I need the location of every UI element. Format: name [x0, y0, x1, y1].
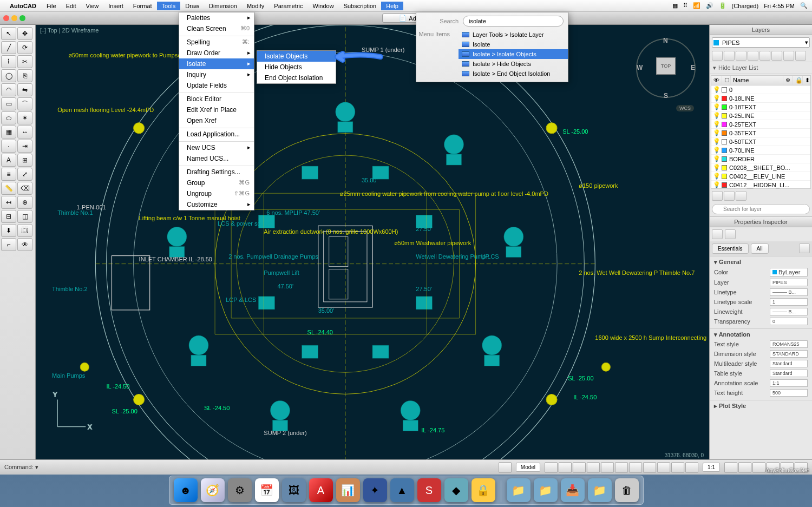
layer-merge-icon[interactable]	[783, 51, 794, 61]
prop-ltscale[interactable]: 1	[770, 298, 808, 306]
help-result-item[interactable]: Isolate > Isolate Objects	[459, 49, 568, 59]
annomon-toggle[interactable]	[752, 462, 765, 473]
layer-row[interactable]: 💡0-18TEXT	[711, 103, 810, 111]
current-layer-selector[interactable]: PIPES ▾	[712, 37, 810, 48]
tool-block[interactable]: ◫	[17, 210, 32, 223]
dock-preview[interactable]: 🖼	[282, 478, 306, 502]
layer-new-icon[interactable]	[712, 51, 723, 61]
layer-off-icon[interactable]	[759, 51, 770, 61]
menu-tools[interactable]: Tools	[157, 2, 181, 10]
menu-file[interactable]: File	[42, 2, 61, 10]
dock-app1[interactable]: ✦	[363, 478, 387, 502]
tool-erase[interactable]: ⌫	[17, 182, 32, 195]
tool-arc[interactable]: ◠	[1, 83, 16, 96]
polar-toggle[interactable]	[587, 462, 600, 473]
submenu-item[interactable]: End Object Isolation	[257, 73, 336, 83]
menu-item[interactable]: Isolate▸	[179, 58, 254, 69]
dock-sysprefs[interactable]: ⚙	[228, 478, 252, 502]
submenu-item[interactable]: Isolate Objects	[257, 51, 336, 62]
menu-item[interactable]: Load Application...	[179, 128, 254, 140]
menu-draw[interactable]: Draw	[180, 2, 204, 10]
tab-all[interactable]: All	[751, 243, 769, 254]
tool-ucs[interactable]: ⌐	[1, 238, 16, 251]
viewcube-south[interactable]: S	[664, 92, 668, 100]
menu-item[interactable]: Ungroup⇧⌘G	[179, 188, 254, 199]
tool-copy[interactable]: ⎘	[17, 69, 32, 82]
help-result-item[interactable]: Isolate > End Object Isolation	[459, 69, 568, 78]
traffic-max-icon[interactable]	[19, 15, 25, 21]
props-quickselect-icon[interactable]	[725, 229, 736, 239]
lwt-toggle[interactable]	[643, 462, 656, 473]
tool-ellipse[interactable]: ⬭	[1, 111, 16, 124]
prop-dimstyle[interactable]: STANDARD	[770, 350, 808, 358]
prop-tablestyle[interactable]: Standard	[770, 370, 808, 377]
sel-toggle[interactable]	[685, 462, 698, 473]
volume-icon[interactable]: 🔊	[706, 2, 713, 9]
layer-row[interactable]: 💡0-25TEXT	[711, 120, 810, 129]
layer-row[interactable]: 💡C0402__ELEV_LINE	[711, 172, 810, 181]
dock-lock[interactable]: 🔒	[472, 478, 495, 502]
layer-isolate-icon[interactable]	[771, 51, 782, 61]
viewcube-north[interactable]: N	[663, 37, 668, 44]
wifi-icon[interactable]: 📶	[693, 2, 700, 9]
layer-row[interactable]: 💡0-18LINE	[711, 94, 810, 103]
layer-delete-icon[interactable]	[724, 51, 735, 61]
layer-row[interactable]: 💡BORDER	[711, 155, 810, 163]
wcs-tag[interactable]: WCS	[676, 105, 694, 111]
props-noselect-icon[interactable]	[712, 229, 723, 239]
layer-settings-icon[interactable]	[736, 191, 746, 201]
dock-keynote[interactable]: 📊	[336, 478, 360, 502]
modelspace-button[interactable]: Model	[516, 463, 540, 472]
layer-props-icon[interactable]	[795, 51, 806, 61]
menuextra-icon[interactable]: ▦	[672, 2, 678, 9]
tool-array[interactable]: ⊞	[17, 154, 32, 167]
tool-insert[interactable]: ⬇	[1, 224, 16, 237]
menu-item[interactable]: Inquiry▸	[179, 69, 254, 80]
hide-layer-list-toggle[interactable]: ▾Hide Layer List	[710, 62, 812, 74]
menu-dimension[interactable]: Dimension	[204, 2, 242, 10]
tool-hatch[interactable]: ▦	[1, 126, 16, 139]
clock[interactable]: Fri 4:55 PM	[764, 3, 795, 9]
layer-row[interactable]: 💡C0208__SHEET_BO...	[711, 163, 810, 172]
tab-essentials[interactable]: Essentials	[712, 243, 749, 254]
menu-format[interactable]: Format	[128, 2, 157, 10]
tool-join[interactable]: ⊕	[17, 196, 32, 209]
dock-sketchup[interactable]: S	[417, 478, 441, 502]
prop-annoscale[interactable]: 1:1	[770, 379, 808, 387]
menu-edit[interactable]: Edit	[61, 2, 81, 10]
osnap-toggle[interactable]	[601, 462, 614, 473]
battery-icon[interactable]: 🔋	[719, 2, 726, 9]
tool-explode[interactable]: ✶	[17, 111, 32, 124]
dock-folder3[interactable]: 📁	[588, 478, 612, 502]
workspace-toggle[interactable]	[738, 462, 751, 473]
menu-view[interactable]: View	[81, 2, 104, 10]
traffic-close-icon[interactable]	[3, 15, 9, 21]
tool-rotate[interactable]: ⟳	[17, 41, 32, 54]
dock-trash[interactable]: 🗑	[615, 478, 639, 502]
menu-window[interactable]: Window	[308, 2, 339, 10]
viewport-label[interactable]: [–] Top | 2D Wireframe	[40, 27, 99, 34]
snap-toggle[interactable]	[559, 462, 572, 473]
tool-fillet[interactable]: ⌒	[17, 97, 32, 110]
annoscale-toggle[interactable]	[724, 462, 737, 473]
tool-trim[interactable]: ✂	[17, 55, 32, 68]
dock-safari[interactable]: 🧭	[201, 478, 225, 502]
props-pick-icon[interactable]	[799, 243, 810, 253]
help-search-input[interactable]	[463, 16, 564, 27]
tool-point[interactable]: ·	[1, 140, 16, 153]
tool-table[interactable]: ⊟	[1, 210, 16, 223]
dock-app2[interactable]: ▲	[390, 478, 414, 502]
menu-parametric[interactable]: Parametric	[269, 2, 307, 10]
layer-row[interactable]: 💡0-35TEXT	[711, 129, 810, 137]
layer-lock-icon[interactable]	[748, 51, 758, 61]
dock-ical[interactable]: 📅	[255, 478, 279, 502]
dock-finder[interactable]: ☻	[174, 478, 198, 502]
menu-item[interactable]: Customize▸	[179, 199, 254, 210]
prop-lineweight[interactable]: ——— B...	[770, 308, 808, 315]
layer-row[interactable]: 💡0-50TEXT	[711, 137, 810, 146]
tool-view[interactable]: 👁	[17, 238, 32, 251]
menu-item[interactable]: Group⌘G	[179, 177, 254, 188]
layer-row[interactable]: 💡0-25LINE	[711, 111, 810, 120]
dock-downloads[interactable]: 📥	[561, 478, 585, 502]
annotation-scale[interactable]: 1:1	[703, 463, 720, 472]
